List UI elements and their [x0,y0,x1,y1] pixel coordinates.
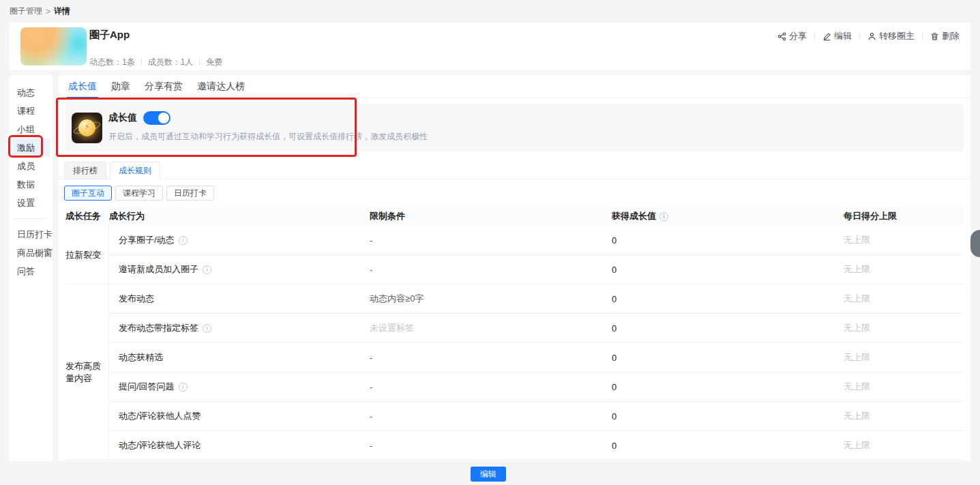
cell-limit-condition: - [370,411,612,422]
sidebar-item-商品橱窗[interactable]: 商品橱窗 [10,244,53,262]
edit-icon [822,32,831,41]
breadcrumb-separator: > [46,7,50,16]
info-icon[interactable]: i [203,324,211,333]
circle-stats: 动态数：1条成员数：1人免费 [89,57,222,68]
column-header: 成长行为 [109,210,370,222]
table-row: 发布动态带指定标签i未设置标签0无上限 [109,314,964,343]
circle-header-card: 圈子App 动态数：1条成员数：1人免费 分享编辑转移圈主删除 [10,23,970,70]
breadcrumb: 圈子管理 > 详情 [10,5,70,17]
cell-daily-cap: 无上限 [844,234,964,246]
task-group: 发布高质量内容发布动态动态内容≥0字0无上限发布动态带指定标签i未设置标签0无上… [65,284,964,460]
cell-daily-cap: 无上限 [844,439,964,452]
stat-item: 免费 [206,57,222,68]
share-button[interactable]: 分享 [777,30,807,42]
tab-成长值[interactable]: 成长值 [67,75,98,98]
share-icon [777,32,786,41]
tab-勋章[interactable]: 勋章 [110,75,132,98]
cell-behavior: 分享圈子/动态i [109,234,370,246]
growth-value-toggle[interactable] [143,111,170,125]
cell-limit-condition: - [370,235,612,246]
floating-widget-handle[interactable] [970,230,980,257]
transfer-button[interactable]: 转移圈主 [867,30,915,42]
cell-growth-value: 0 [612,441,844,451]
sidebar-item-问答[interactable]: 问答 [10,262,53,280]
task-group: 拉新裂变分享圈子/动态i-0无上限邀请新成员加入圈子i-0无上限 [65,226,964,284]
cell-behavior: 提问/回答问题i [109,381,370,393]
breadcrumb-current: 详情 [54,5,70,17]
cell-growth-value: 0 [612,323,844,334]
cell-daily-cap: 无上限 [844,263,964,276]
table-header-row: 成长任务成长行为限制条件获得成长值i每日得分上限 [65,207,964,226]
circle-cover-image [20,27,87,65]
action-separator [859,32,860,40]
tab-分享有赏[interactable]: 分享有赏 [143,75,184,98]
column-header-label: 成长行为 [109,210,145,222]
task-group-label: 拉新裂变 [65,226,109,284]
cell-daily-cap: 无上限 [844,410,964,422]
edit-button[interactable]: 编辑 [822,30,852,42]
sidebar-item-激励[interactable]: 激励 [12,138,50,157]
sidebar-item-小组[interactable]: 小组 [10,120,53,138]
sidebar-item-数据[interactable]: 数据 [10,175,53,194]
sidebar: 动态课程小组激励成员数据设置 日历打卡商品橱窗问答 [10,75,53,461]
sub-tab-bar: 排行榜成长规则 [59,162,970,179]
filter-pills: 圈子互动课程学习日历打卡 [64,186,970,201]
stat-separator [199,59,200,66]
sidebar-divider [14,218,48,219]
cell-daily-cap: 无上限 [844,322,964,334]
column-header-label: 成长任务 [65,210,101,222]
sidebar-item-动态[interactable]: 动态 [10,83,53,102]
sidebar-item-课程[interactable]: 课程 [10,102,53,120]
table-row: 动态/评论获他人评论-0无上限 [109,431,964,460]
cell-limit-condition: - [370,265,612,275]
column-header: 限制条件 [370,210,612,222]
delete-button[interactable]: 删除 [930,30,960,42]
table-row: 分享圈子/动态i-0无上限 [109,226,964,255]
action-label: 分享 [789,30,807,42]
breadcrumb-parent[interactable]: 圈子管理 [10,5,42,17]
column-header-label: 每日得分上限 [844,210,897,222]
info-icon[interactable]: i [179,383,188,392]
growth-value-panel: ⚡ 成长值 开启后，成员可通过互动和学习行为获得成长值，可设置成长值排行榜，激发… [65,104,964,151]
behavior-label: 提问/回答问题 [119,381,175,393]
cell-growth-value: 0 [612,353,844,363]
info-icon[interactable]: i [203,265,211,274]
column-header-label: 获得成长值 [612,210,656,222]
header-actions: 分享编辑转移圈主删除 [777,30,960,42]
growth-rules-table: 成长任务成长行为限制条件获得成长值i每日得分上限 拉新裂变分享圈子/动态i-0无… [65,207,964,460]
cell-behavior: 动态/评论获他人点赞 [109,410,370,422]
cell-behavior: 动态获精选 [109,351,370,364]
main-content-card: 成长值勋章分享有赏邀请达人榜 ⚡ 成长值 开启后，成员可通过互动和学习行为获得成… [59,75,970,461]
sidebar-item-日历打卡[interactable]: 日历打卡 [10,225,53,244]
info-icon[interactable]: i [179,236,188,245]
cell-limit-condition: - [370,441,612,451]
cell-growth-value: 0 [612,294,844,304]
pill-课程学习[interactable]: 课程学习 [115,186,163,201]
pill-圈子互动[interactable]: 圈子互动 [64,186,112,201]
cell-daily-cap: 无上限 [844,351,964,364]
subtab-成长规则[interactable]: 成长规则 [110,162,160,179]
table-row: 动态获精选-0无上限 [109,343,964,372]
pill-日历打卡[interactable]: 日历打卡 [166,186,214,201]
circle-title: 圈子App [89,29,130,42]
behavior-label: 发布动态带指定标签 [119,322,198,334]
action-label: 删除 [942,30,960,42]
column-header: 每日得分上限 [844,210,964,222]
growth-panel-title: 成长值 [108,112,137,124]
behavior-label: 动态/评论获他人评论 [119,439,201,452]
table-row: 发布动态动态内容≥0字0无上限 [109,284,964,314]
info-icon[interactable]: i [659,212,668,221]
delete-icon [930,32,939,41]
tab-邀请达人榜[interactable]: 邀请达人榜 [196,75,246,98]
sidebar-item-成员[interactable]: 成员 [10,157,53,175]
subtab-排行榜[interactable]: 排行榜 [64,162,106,179]
cell-daily-cap: 无上限 [844,293,964,305]
edit-button[interactable]: 编辑 [471,467,506,482]
table-row: 提问/回答问题i-0无上限 [109,372,964,402]
action-label: 转移圈主 [879,30,915,42]
table-row: 邀请新成员加入圈子i-0无上限 [109,255,964,284]
stat-item: 成员数：1人 [148,57,194,68]
cell-growth-value: 0 [612,382,844,392]
cell-behavior: 发布动态 [109,293,370,305]
sidebar-item-设置[interactable]: 设置 [10,194,53,212]
